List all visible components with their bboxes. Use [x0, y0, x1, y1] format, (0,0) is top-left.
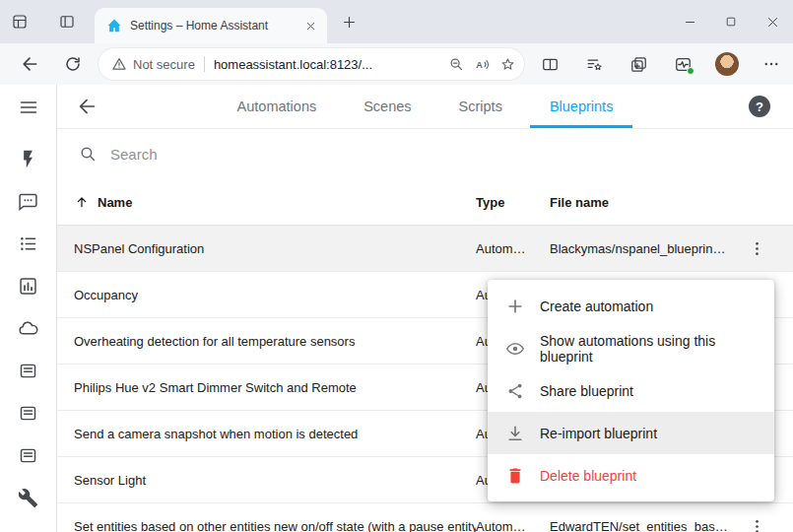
status-dot [687, 67, 694, 75]
minimize-icon[interactable] [669, 0, 710, 43]
read-aloud-icon[interactable]: A [469, 51, 495, 77]
menu-item-create-automation[interactable]: Create automation [488, 285, 774, 327]
more-icon[interactable] [758, 50, 785, 78]
home-assistant-app: Automations Scenes Scripts Blueprints ? … [0, 85, 793, 532]
row-name-cell: Philips Hue v2 Smart Dimmer Switch and R… [74, 380, 476, 395]
profile-avatar[interactable] [713, 50, 741, 78]
row-overflow-icon[interactable] [743, 234, 770, 262]
row-name-cell: Overheating detection for all temperatur… [74, 334, 476, 349]
row-file-cell: EdwardTEN/set_entities_bas… [550, 519, 737, 532]
sidebar-item-energy[interactable] [0, 138, 56, 180]
device-icon [18, 445, 38, 466]
sidebar-item-device-3[interactable] [0, 434, 56, 477]
sidebar [0, 85, 57, 532]
menu-item-label: Delete blueprint [540, 468, 636, 484]
column-name[interactable]: Name [74, 194, 476, 210]
sidebar-item-cloud[interactable] [0, 307, 56, 350]
row-name-cell: Set entities based on other entities new… [74, 519, 476, 532]
device-icon [18, 403, 38, 424]
address-divider [204, 56, 205, 72]
column-type[interactable]: Type [476, 195, 550, 210]
app-back-icon[interactable] [73, 93, 100, 120]
tab-blueprints[interactable]: Blueprints [530, 85, 632, 128]
browser-essentials-icon[interactable] [669, 50, 696, 78]
eye-icon [503, 337, 527, 361]
column-file[interactable]: File name [550, 195, 737, 210]
url-text[interactable]: homeassistant.local:8123/... [214, 57, 443, 72]
window-controls [669, 0, 793, 43]
list-icon [18, 233, 38, 254]
sidebar-item-settings[interactable] [0, 477, 56, 519]
wrench-icon [18, 488, 38, 508]
main-panel: Automations Scenes Scripts Blueprints ? … [57, 85, 793, 532]
tab-scenes[interactable]: Scenes [344, 85, 430, 128]
menu-item-delete-blueprint[interactable]: Delete blueprint [488, 454, 774, 497]
sidebar-item-lists[interactable] [0, 223, 56, 265]
flash-icon [18, 149, 38, 169]
address-bar[interactable]: Not secure homeassistant.local:8123/... … [99, 48, 524, 80]
home-assistant-logo-icon [106, 18, 122, 33]
row-type-cell: Autom… [476, 241, 550, 256]
row-name-cell: Send a camera snapshot when motion is de… [74, 427, 476, 441]
table-row[interactable]: NSPanel Configuration Autom… Blackymas/n… [57, 226, 793, 272]
toolbar-right [536, 50, 785, 78]
row-name-cell: Sensor Light [74, 473, 476, 488]
tab-title: Settings – Home Assistant [130, 19, 299, 33]
sidebar-item-device-1[interactable] [0, 350, 56, 392]
hamburger-icon[interactable] [0, 85, 56, 129]
zoom-out-icon[interactable] [443, 51, 469, 77]
table-row[interactable]: Set entities based on other entities new… [57, 503, 793, 532]
menu-item-label: Re-import blueprint [540, 426, 657, 441]
new-tab-icon[interactable] [335, 8, 363, 35]
trash-icon [503, 464, 527, 488]
menu-item-show-automations[interactable]: Show automations using this blueprint [488, 327, 774, 369]
tab-scripts[interactable]: Scripts [439, 85, 522, 128]
search-icon [79, 145, 98, 164]
split-screen-icon[interactable] [536, 50, 563, 78]
sidebar-item-history[interactable] [0, 265, 56, 307]
menu-item-share-blueprint[interactable]: Share blueprint [488, 369, 774, 412]
row-type-cell: Autom… [476, 519, 550, 532]
close-icon[interactable] [752, 0, 793, 43]
site-security[interactable]: Not secure [111, 56, 195, 72]
maximize-icon[interactable] [710, 0, 752, 43]
security-label: Not secure [133, 57, 195, 72]
tab-automations[interactable]: Automations [218, 85, 337, 128]
table-header: Name Type File name [57, 179, 793, 226]
back-icon[interactable] [13, 47, 46, 81]
collections-icon[interactable] [625, 50, 652, 78]
row-file-cell: Blackymas/nspanel_blueprin… [550, 241, 737, 256]
app-header: Automations Scenes Scripts Blueprints ? [57, 85, 793, 129]
settings-tabs: Automations Scenes Scripts Blueprints [57, 85, 793, 128]
help-icon[interactable]: ? [749, 96, 770, 117]
browser-toolbar: Not secure homeassistant.local:8123/... … [0, 43, 793, 85]
close-tab-icon[interactable] [299, 15, 321, 36]
workspaces-icon[interactable] [3, 5, 36, 38]
share-icon [503, 379, 527, 403]
browser-tab[interactable]: Settings – Home Assistant [95, 8, 327, 43]
warning-icon [111, 56, 127, 72]
download-icon [503, 422, 527, 445]
search-input[interactable] [110, 146, 406, 163]
svg-text:A: A [476, 59, 483, 69]
chart-box-icon [18, 276, 38, 297]
tab-actions-icon[interactable] [50, 5, 84, 38]
menu-item-label: Create automation [540, 299, 653, 314]
row-name-cell: NSPanel Configuration [74, 241, 476, 256]
sort-arrow-up-icon [74, 194, 90, 210]
favorite-star-icon[interactable] [495, 51, 520, 77]
avatar [715, 52, 739, 76]
plus-icon [503, 295, 527, 318]
row-name-cell: Occupancy [74, 288, 476, 302]
sidebar-item-device-2[interactable] [0, 392, 56, 434]
row-overflow-icon[interactable] [743, 512, 770, 532]
refresh-icon[interactable] [56, 47, 90, 81]
favorites-icon[interactable] [580, 50, 608, 78]
search-row [57, 129, 793, 179]
menu-item-reimport-blueprint[interactable]: Re-import blueprint [488, 412, 774, 454]
device-icon [18, 361, 38, 381]
sidebar-item-assist[interactable] [0, 180, 56, 223]
menu-item-label: Share blueprint [540, 383, 633, 399]
blueprint-context-menu: Create automation Show automations using… [488, 280, 774, 501]
menu-item-label: Show automations using this blueprint [540, 333, 759, 365]
